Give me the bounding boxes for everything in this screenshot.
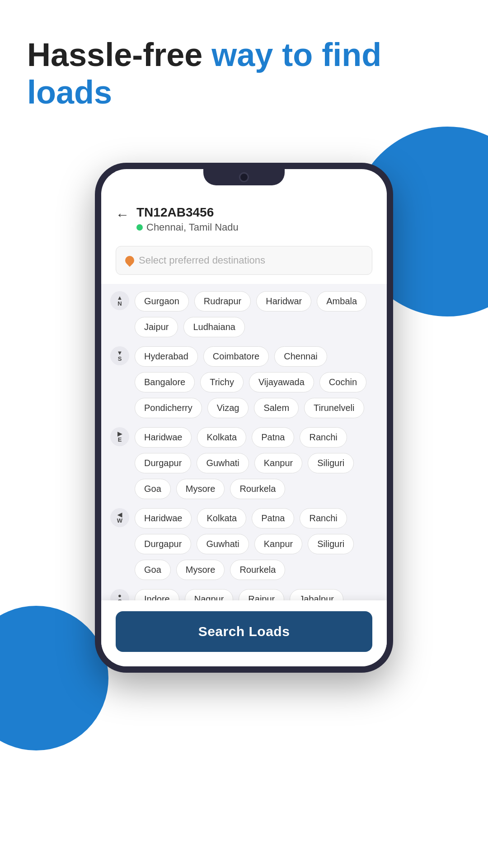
notch-camera [239, 172, 249, 182]
north-direction-icon: ▲N [110, 291, 129, 310]
chip-durgapur-w[interactable]: Durgapur [135, 534, 191, 554]
direction-section-west: ◀W Haridwae Kolkata Patna Ranchi Durgapu… [110, 508, 378, 580]
back-button[interactable]: ← [116, 207, 129, 222]
chip-gurgaon[interactable]: Gurgaon [135, 291, 189, 311]
north-chips: Gurgaon Rudrapur Haridwar Ambala Jaipur … [135, 291, 378, 337]
vehicle-info: TN12AB3456 Chennai, Tamil Nadu [136, 205, 372, 233]
chip-coimbatore[interactable]: Coimbatore [203, 346, 269, 367]
south-chips: Hyderabad Coimbatore Chennai Bangalore T… [135, 346, 378, 418]
chip-salem[interactable]: Salem [254, 398, 299, 418]
chip-rourkela-w[interactable]: Rourkela [230, 560, 285, 580]
hero-title: Hassle-free way to find loads [27, 36, 461, 111]
pin-icon [123, 254, 136, 267]
search-placeholder-text: Select preferred destinations [139, 255, 265, 266]
chip-siliguri-w[interactable]: Siliguri [308, 534, 354, 554]
chip-ranchi-w[interactable]: Ranchi [300, 508, 347, 528]
online-status-dot [136, 224, 143, 231]
destination-search-box[interactable]: Select preferred destinations [116, 246, 372, 275]
search-loads-button[interactable]: Search Loads [116, 611, 372, 652]
south-direction-icon: ▼S [110, 346, 129, 365]
chip-ranchi-e[interactable]: Ranchi [300, 427, 347, 448]
chip-kanpur-e[interactable]: Kanpur [254, 453, 303, 473]
vehicle-location: Chennai, Tamil Nadu [136, 222, 372, 233]
chip-hyderabad[interactable]: Hyderabad [135, 346, 198, 367]
chip-goa-e[interactable]: Goa [135, 479, 171, 499]
search-container: Select preferred destinations [101, 242, 387, 284]
hero-section: Hassle-free way to find loads [0, 0, 488, 129]
direction-header-east: ▶E Haridwae Kolkata Patna Ranchi Durgapu… [110, 427, 378, 499]
chip-guwhati-e[interactable]: Guwhati [197, 453, 249, 473]
chip-haridwae-e[interactable]: Haridwae [135, 427, 192, 448]
hero-title-part1: Hassle-free [27, 37, 211, 73]
direction-section-north: ▲N Gurgaon Rudrapur Haridwar Ambala Jaip… [110, 291, 378, 337]
east-direction-icon: ▶E [110, 427, 129, 446]
chip-jaipur[interactable]: Jaipur [135, 317, 178, 337]
direction-section-east: ▶E Haridwae Kolkata Patna Ranchi Durgapu… [110, 427, 378, 499]
direction-header-west: ◀W Haridwae Kolkata Patna Ranchi Durgapu… [110, 508, 378, 580]
west-chips: Haridwae Kolkata Patna Ranchi Durgapur G… [135, 508, 378, 580]
direction-header-north: ▲N Gurgaon Rudrapur Haridwar Ambala Jaip… [110, 291, 378, 337]
west-direction-icon: ◀W [110, 508, 129, 527]
chip-haridwar[interactable]: Haridwar [256, 291, 311, 311]
direction-section-south: ▼S Hyderabad Coimbatore Chennai Bangalor… [110, 346, 378, 418]
bg-circle-left [0, 606, 108, 750]
east-chips: Haridwae Kolkata Patna Ranchi Durgapur G… [135, 427, 378, 499]
chip-siliguri-e[interactable]: Siliguri [308, 453, 354, 473]
chip-rourkela-e[interactable]: Rourkela [230, 479, 285, 499]
chip-goa-w[interactable]: Goa [135, 560, 171, 580]
chip-rudrapur[interactable]: Rudrapur [194, 291, 251, 311]
phone-screen: ← TN12AB3456 Chennai, Tamil Nadu Select … [101, 169, 387, 666]
chip-vijayawada[interactable]: Vijayawada [249, 372, 314, 392]
chip-kolkata-w[interactable]: Kolkata [197, 508, 246, 528]
chip-ambala[interactable]: Ambala [317, 291, 366, 311]
direction-header-south: ▼S Hyderabad Coimbatore Chennai Bangalor… [110, 346, 378, 418]
phone-mockup: ← TN12AB3456 Chennai, Tamil Nadu Select … [95, 163, 393, 673]
search-loads-container: Search Loads [101, 600, 387, 666]
chip-kolkata-e[interactable]: Kolkata [197, 427, 246, 448]
chip-patna-e[interactable]: Patna [252, 427, 294, 448]
phone-frame: ← TN12AB3456 Chennai, Tamil Nadu Select … [95, 163, 393, 673]
chip-kanpur-w[interactable]: Kanpur [254, 534, 303, 554]
chip-mysore-w[interactable]: Mysore [176, 560, 225, 580]
chip-pondicherry[interactable]: Pondicherry [135, 398, 202, 418]
chip-guwhati-w[interactable]: Guwhati [197, 534, 249, 554]
chip-vizag[interactable]: Vizag [207, 398, 249, 418]
chip-durgapur-e[interactable]: Durgapur [135, 453, 191, 473]
chip-ludhaiana[interactable]: Ludhaiana [183, 317, 244, 337]
location-text: Chennai, Tamil Nadu [146, 222, 239, 233]
app-header: ← TN12AB3456 Chennai, Tamil Nadu [101, 193, 387, 242]
phone-notch [203, 169, 285, 185]
chip-haridwae-w[interactable]: Haridwae [135, 508, 192, 528]
chip-trichy[interactable]: Trichy [200, 372, 244, 392]
chip-mysore-e[interactable]: Mysore [176, 479, 225, 499]
chip-bangalore[interactable]: Bangalore [135, 372, 195, 392]
chip-tirunelveli[interactable]: Tirunelveli [304, 398, 364, 418]
vehicle-id: TN12AB3456 [136, 205, 372, 220]
chip-cochin[interactable]: Cochin [319, 372, 366, 392]
destinations-container: ▲N Gurgaon Rudrapur Haridwar Ambala Jaip… [101, 284, 387, 626]
chip-patna-w[interactable]: Patna [252, 508, 294, 528]
chip-chennai[interactable]: Chennai [274, 346, 327, 367]
app-content: ← TN12AB3456 Chennai, Tamil Nadu Select … [101, 169, 387, 666]
